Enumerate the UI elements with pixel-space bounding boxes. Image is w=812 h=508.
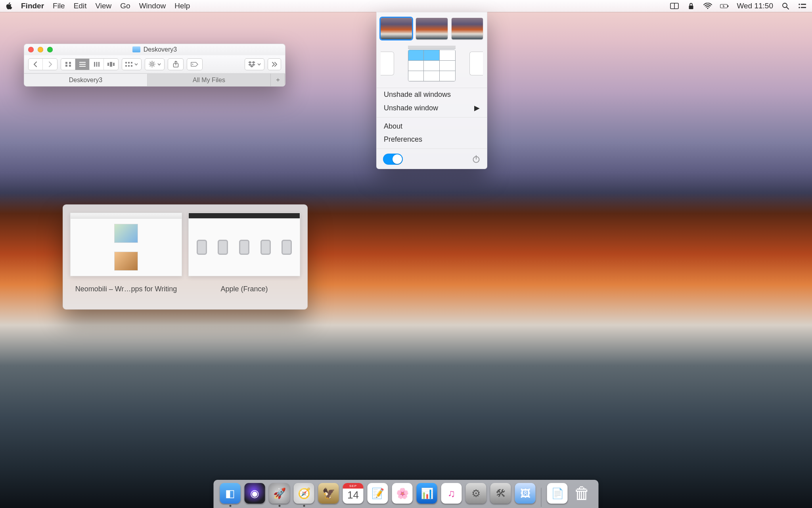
finder-tab-active[interactable]: Deskovery3 bbox=[24, 74, 147, 86]
wifi-icon[interactable] bbox=[703, 2, 712, 10]
desktop-thumb-1[interactable] bbox=[381, 18, 412, 39]
dock-system-preferences[interactable]: ⚙ bbox=[465, 483, 487, 507]
svg-rect-25 bbox=[125, 62, 127, 64]
svg-rect-19 bbox=[94, 62, 95, 67]
chevron-down-icon bbox=[134, 63, 138, 65]
finder-window: Deskovery3 bbox=[24, 44, 285, 87]
column-view-icon bbox=[94, 62, 100, 67]
gear-icon bbox=[149, 61, 155, 67]
dock-separator bbox=[541, 488, 542, 507]
desktop-thumb-3[interactable] bbox=[452, 18, 483, 39]
menu-file[interactable]: File bbox=[53, 2, 65, 10]
window-zoom-button[interactable] bbox=[47, 47, 53, 52]
tags-button[interactable] bbox=[187, 58, 203, 70]
svg-point-3 bbox=[707, 8, 709, 9]
dock-photos[interactable]: 🌸 bbox=[391, 483, 414, 507]
dock-utility[interactable]: 🛠 bbox=[490, 483, 512, 507]
battery-icon[interactable] bbox=[720, 2, 729, 10]
svg-rect-16 bbox=[79, 62, 86, 63]
share-button[interactable] bbox=[168, 58, 184, 70]
notification-center-icon[interactable] bbox=[798, 2, 806, 10]
chevrons-right-icon bbox=[272, 62, 277, 67]
svg-rect-27 bbox=[131, 62, 132, 64]
view-mode-segment[interactable] bbox=[61, 58, 119, 70]
dropbox-icon bbox=[248, 61, 255, 67]
folder-icon bbox=[132, 46, 140, 52]
menu-go[interactable]: Go bbox=[120, 2, 130, 10]
chevron-down-icon bbox=[157, 63, 161, 65]
finder-tab-inactive[interactable]: All My Files bbox=[147, 74, 271, 86]
deskovery-menu: Unshade all windows Unshade window▶ Abou… bbox=[376, 12, 487, 169]
power-icon[interactable] bbox=[472, 155, 481, 164]
svg-rect-17 bbox=[79, 64, 86, 65]
svg-line-7 bbox=[787, 7, 789, 9]
finder-new-tab-button[interactable]: ＋ bbox=[271, 74, 285, 86]
svg-rect-24 bbox=[113, 63, 115, 66]
chevron-right-icon bbox=[48, 62, 52, 67]
apple-menu[interactable] bbox=[6, 2, 12, 10]
dock-itunes[interactable]: ♫ bbox=[440, 483, 463, 507]
submenu-arrow-icon: ▶ bbox=[474, 104, 480, 112]
menubar: Finder File Edit View Go Window Help Wed… bbox=[0, 0, 812, 12]
list-view-icon bbox=[79, 62, 86, 67]
svg-rect-29 bbox=[128, 65, 130, 67]
svg-rect-26 bbox=[128, 62, 130, 64]
menubar-clock[interactable]: Wed 11:50 bbox=[737, 2, 773, 10]
menu-edit[interactable]: Edit bbox=[74, 2, 87, 10]
dropbox-button[interactable] bbox=[245, 58, 264, 70]
dock-calendar[interactable]: SEP14 bbox=[342, 483, 364, 507]
dock-trash[interactable]: 🗑 bbox=[571, 483, 593, 507]
window-minimize-button[interactable] bbox=[38, 47, 43, 52]
toolbar-overflow-button[interactable] bbox=[268, 58, 281, 70]
preview-window-2[interactable]: Apple (France) bbox=[188, 213, 300, 304]
lock-icon[interactable] bbox=[687, 2, 695, 10]
dock-keynote[interactable]: 📊 bbox=[416, 483, 438, 507]
svg-rect-21 bbox=[98, 62, 100, 67]
menu-help[interactable]: Help bbox=[174, 2, 190, 10]
menu-about[interactable]: About bbox=[377, 120, 487, 133]
svg-rect-13 bbox=[69, 62, 71, 64]
dock-reminders[interactable]: 📝 bbox=[367, 483, 389, 507]
position-monitor-left[interactable] bbox=[381, 52, 394, 75]
menu-window[interactable]: Window bbox=[139, 2, 166, 10]
svg-rect-12 bbox=[65, 62, 67, 64]
dock-siri[interactable]: ◉ bbox=[244, 483, 266, 507]
arrange-button[interactable] bbox=[122, 58, 142, 70]
spotlight-icon[interactable] bbox=[781, 2, 790, 10]
svg-rect-15 bbox=[69, 65, 71, 67]
svg-rect-18 bbox=[79, 66, 86, 67]
dock-safari[interactable]: 🧭 bbox=[293, 483, 315, 507]
finder-titlebar[interactable]: Deskovery3 bbox=[24, 44, 285, 55]
menu-unshade-window[interactable]: Unshade window▶ bbox=[377, 101, 487, 115]
deskovery-menubar-icon[interactable] bbox=[670, 2, 679, 10]
finder-tabs: Deskovery3 All My Files ＋ bbox=[24, 73, 285, 86]
grid-icon bbox=[125, 62, 132, 67]
dock-document[interactable]: 📄 bbox=[546, 483, 569, 507]
finder-toolbar bbox=[24, 55, 285, 73]
app-name[interactable]: Finder bbox=[21, 2, 44, 10]
nav-back-forward[interactable] bbox=[28, 58, 57, 70]
action-button[interactable] bbox=[145, 58, 165, 70]
desktop-thumb-2[interactable] bbox=[416, 18, 447, 39]
svg-point-8 bbox=[799, 4, 800, 5]
dock-launchpad[interactable]: 🚀 bbox=[268, 483, 291, 507]
chevron-down-icon bbox=[257, 63, 261, 65]
menu-unshade-all[interactable]: Unshade all windows bbox=[377, 88, 487, 101]
icon-view-icon bbox=[65, 62, 71, 67]
window-position-grid[interactable] bbox=[408, 46, 456, 81]
enable-toggle[interactable] bbox=[383, 154, 403, 165]
menu-preferences[interactable]: Preferences bbox=[377, 133, 487, 146]
preview-window-1[interactable]: Neomobili – Wr…pps for Writing bbox=[70, 213, 182, 304]
dock-finder[interactable]: ◧ bbox=[219, 483, 241, 507]
svg-rect-23 bbox=[110, 62, 112, 67]
svg-rect-14 bbox=[65, 65, 67, 67]
dock-preview[interactable]: 🖼 bbox=[514, 483, 536, 507]
svg-rect-28 bbox=[125, 65, 127, 67]
menu-view[interactable]: View bbox=[95, 2, 111, 10]
tag-icon bbox=[190, 62, 199, 67]
dock-mail[interactable]: 🦅 bbox=[318, 483, 340, 507]
position-monitor-right[interactable] bbox=[469, 52, 483, 75]
window-close-button[interactable] bbox=[28, 47, 34, 52]
svg-rect-30 bbox=[131, 65, 132, 67]
coverflow-view-icon bbox=[107, 62, 115, 67]
